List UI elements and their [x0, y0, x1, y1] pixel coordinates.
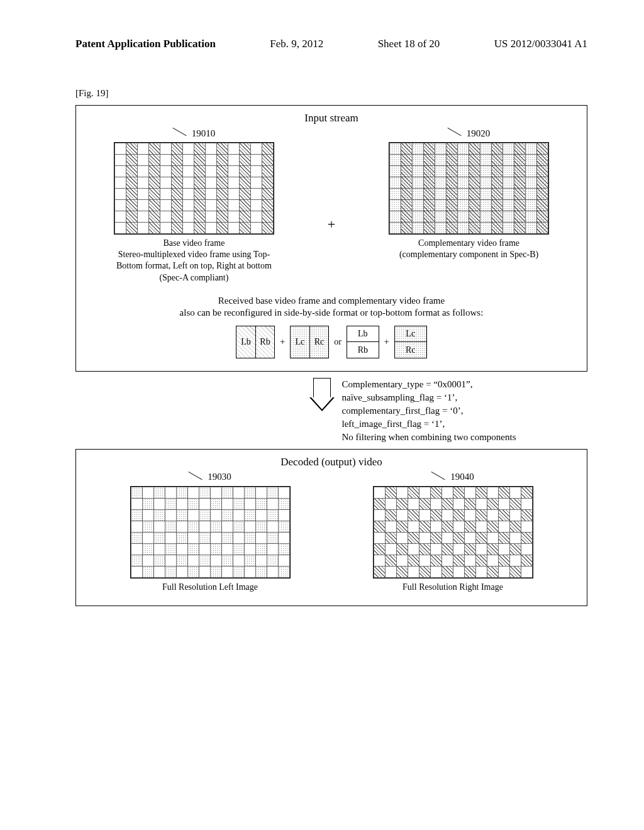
out-right-caption: Full Resolution Right Image: [402, 582, 503, 593]
patent-page: Patent Application Publication Feb. 9, 2…: [0, 0, 644, 830]
cell-Lc: Lc: [291, 326, 310, 358]
ref-19030: 19030: [189, 472, 231, 484]
complementary-video-column: 19020 Complementary video frame (complem…: [389, 128, 549, 260]
ref-19010: 19010: [173, 128, 216, 140]
down-arrow-icon: [313, 378, 332, 411]
full-res-right-grid: [373, 486, 533, 578]
cell-Rb: Rb: [347, 342, 379, 358]
caption-line: Complementary video frame: [418, 238, 519, 248]
full-res-left-column: 19030 Full Resolution Left Image: [130, 472, 291, 593]
header-publication: Patent Application Publication: [75, 38, 216, 50]
ref-number: 19030: [208, 472, 231, 482]
complementary-video-frame-grid: [389, 142, 549, 235]
page-header: Patent Application Publication Feb. 9, 2…: [75, 38, 587, 50]
parameters-block: Complementary_type = “0x0001”, naïve_sub…: [341, 378, 516, 444]
sbs-box-base: Lb Rb: [236, 326, 275, 358]
ref-19020: 19020: [448, 128, 491, 140]
param-line: left_image_first_flag = ‘1’,: [341, 418, 516, 431]
leader-line-icon: [173, 128, 192, 140]
param-line: Complementary_type = “0x0001”,: [341, 378, 516, 391]
leader-line-icon: [448, 128, 467, 140]
ref-number: 19020: [467, 128, 491, 139]
plus-icon: +: [328, 179, 335, 233]
input-stream-box: Input stream 19010 Base video frame Ster…: [75, 105, 587, 372]
header-date: Feb. 9, 2012: [270, 38, 323, 50]
input-title: Input stream: [89, 112, 574, 124]
reconfig-line: also can be reconfigured in side-by-side…: [180, 307, 484, 318]
reconfig-description: Received base video frame and complement…: [89, 295, 574, 319]
param-line: complementary_first_flag = ‘0’,: [341, 404, 516, 418]
output-title: Decoded (output) video: [89, 456, 574, 468]
output-columns: 19030 Full Resolution Left Image 19040 F…: [89, 472, 574, 593]
full-res-left-grid: [130, 486, 291, 578]
ref-19040: 19040: [431, 472, 474, 484]
ref-number: 19040: [450, 472, 474, 482]
caption-line: Bottom format, Left on top, Right at bot…: [116, 261, 272, 270]
base-video-frame-grid: [114, 142, 274, 235]
ref-number: 19010: [192, 128, 216, 139]
base-video-column: 19010 Base video frame Stereo-multiplexe…: [114, 128, 274, 284]
caption-line: Base video frame: [163, 238, 225, 248]
base-caption: Base video frame Stereo-multiplexed vide…: [116, 238, 272, 284]
header-pubno: US 2012/0033041 A1: [494, 38, 587, 50]
param-line: naïve_subsampling_flag = ‘1’,: [341, 391, 516, 404]
header-sheet: Sheet 18 of 20: [378, 38, 440, 50]
reconfig-diagrams: Lb Rb + Lc Rc or Lb Rb + Lc Rc: [89, 326, 574, 358]
arrow-params-row: Complementary_type = “0x0001”, naïve_sub…: [75, 378, 587, 444]
tb-box-comp: Lc Rc: [394, 326, 427, 358]
param-line: No filtering when combining two componen…: [341, 431, 516, 444]
output-video-box: Decoded (output) video 19030 Full Resolu…: [75, 449, 587, 606]
plus-icon: +: [280, 337, 285, 347]
cell-Lb: Lb: [236, 326, 256, 358]
cell-Lc: Lc: [395, 326, 426, 343]
cell-Lb: Lb: [347, 326, 379, 343]
sbs-box-comp: Lc Rc: [290, 326, 329, 358]
plus-icon: +: [384, 337, 389, 347]
or-label: or: [334, 337, 341, 347]
cell-Rb: Rb: [256, 326, 275, 358]
caption-line: (complementary component in Spec-B): [399, 250, 538, 259]
comp-caption: Complementary video frame (complementary…: [399, 238, 538, 260]
caption-line: (Spec-A compliant): [159, 273, 228, 282]
caption-line: Stereo-multiplexed video frame using Top…: [118, 250, 270, 259]
full-res-right-column: 19040 Full Resolution Right Image: [373, 472, 533, 593]
cell-Rc: Rc: [395, 342, 426, 358]
leader-line-icon: [189, 472, 208, 484]
figure-label: [Fig. 19]: [75, 88, 587, 99]
reconfig-line: Received base video frame and complement…: [218, 296, 445, 306]
input-columns: 19010 Base video frame Stereo-multiplexe…: [89, 128, 574, 284]
out-left-caption: Full Resolution Left Image: [162, 582, 258, 593]
cell-Rc: Rc: [310, 326, 329, 358]
leader-line-icon: [431, 472, 450, 484]
tb-box-base: Lb Rb: [347, 326, 379, 358]
